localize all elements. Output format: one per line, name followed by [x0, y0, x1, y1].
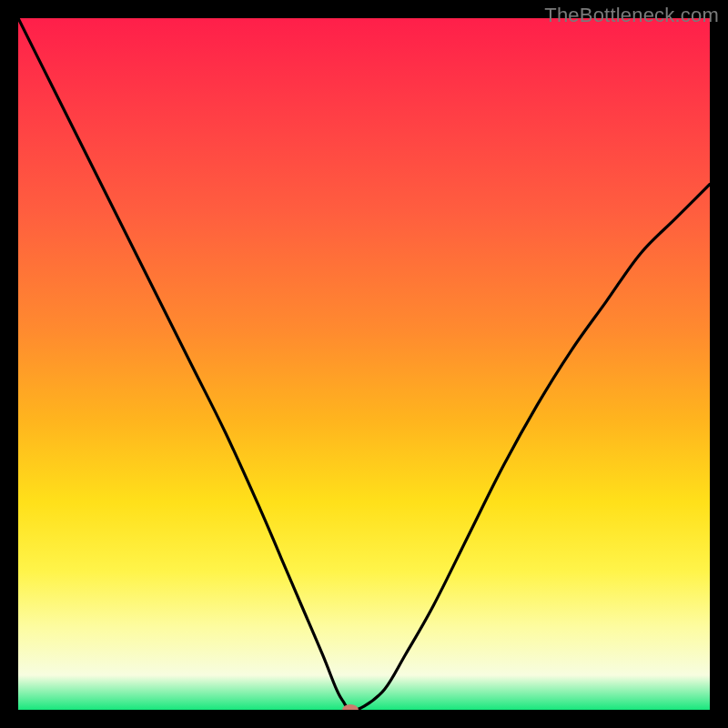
- bottleneck-curve: [18, 18, 710, 710]
- plot-area: [18, 18, 710, 710]
- chart-frame: TheBottleneck.com: [0, 0, 728, 728]
- watermark-text: TheBottleneck.com: [544, 4, 719, 27]
- optimum-marker: [342, 704, 359, 710]
